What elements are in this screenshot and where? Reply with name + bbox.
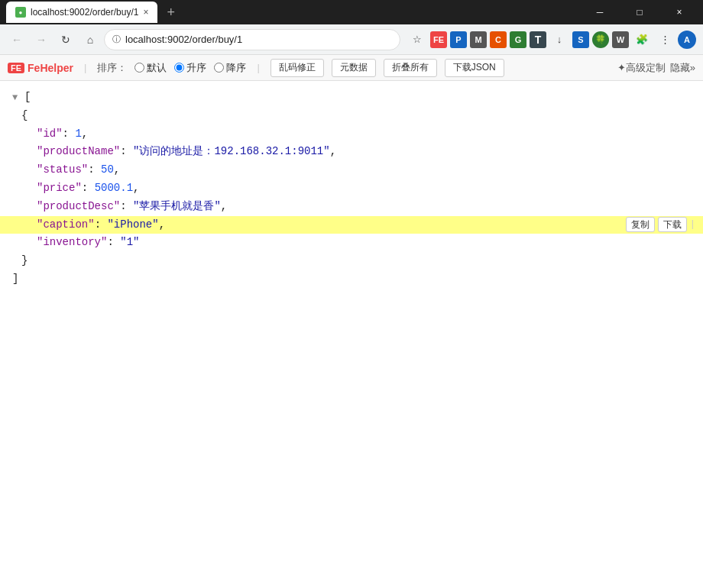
json-value-number: 1 [75, 125, 81, 144]
json-content: ▼ [ { "id": 1,"productName": "访问的地址是：192… [0, 81, 703, 588]
home-button[interactable]: ⌂ [79, 29, 101, 50]
navbar: ← → ↻ ⌂ ⓘ localhost:9002/order/buy/1 ☆ F… [0, 24, 703, 55]
close-button[interactable]: × [662, 0, 697, 24]
extensions-button[interactable]: 🧩 [631, 29, 653, 50]
raw-data-button[interactable]: 元数据 [332, 59, 376, 77]
fehelper-ext-icon[interactable]: FE [430, 31, 447, 48]
json-colon: : [107, 234, 120, 252]
hide-button[interactable]: 隐藏» [670, 61, 695, 75]
window-controls: ─ □ × [582, 0, 697, 24]
copy-button[interactable]: 复制 [626, 217, 655, 232]
ext-icon-7[interactable]: S [572, 31, 589, 48]
download-json-button[interactable]: 下载JSON [445, 59, 504, 77]
maximize-button[interactable]: □ [622, 0, 657, 24]
navbar-icons: ☆ FE P M C G T ↓ S 🍀 W 🧩 ⋮ A [407, 29, 697, 50]
line-separator: | [690, 217, 695, 232]
sort-default-radio[interactable] [134, 63, 144, 73]
sort-desc-radio[interactable] [214, 63, 224, 73]
json-value-string: "1" [120, 234, 139, 252]
profile-icon[interactable]: A [678, 31, 696, 49]
minimize-button[interactable]: ─ [582, 0, 617, 24]
json-key: "inventory" [37, 234, 107, 252]
fe-badge: FE [8, 63, 24, 73]
reload-button[interactable]: ↻ [55, 29, 76, 50]
new-tab-button[interactable]: + [167, 5, 175, 21]
forward-button[interactable]: → [31, 29, 52, 50]
fehelper-right-actions: ✦高级定制 隐藏» [617, 61, 695, 75]
open-bracket: [ [24, 89, 31, 107]
address-bar[interactable]: ⓘ localhost:9002/order/buy/1 [104, 29, 400, 50]
json-line: "caption": "iPhone", 复制 下载 | [0, 216, 703, 234]
json-line: "productName": "访问的地址是：192.168.32.1:9011… [0, 143, 703, 161]
ext-icon-2[interactable]: P [450, 31, 467, 48]
json-key: "price" [37, 179, 82, 198]
json-close-bracket: ] [0, 270, 703, 289]
json-comma: , [159, 216, 165, 234]
json-line: "status": 50, [0, 161, 703, 179]
json-line: "inventory": "1" [0, 234, 703, 252]
json-value-number: 50 [101, 161, 114, 179]
object-open-brace: { [21, 107, 28, 125]
ext-icon-4[interactable]: C [490, 31, 507, 48]
close-bracket: ] [12, 270, 18, 289]
sort-default[interactable]: 默认 [134, 61, 167, 75]
collapse-toggle[interactable]: ▼ [12, 90, 21, 105]
tab-close-icon[interactable]: × [143, 7, 148, 18]
json-key: "id" [37, 125, 63, 144]
separator-1: | [84, 62, 86, 73]
fold-all-button[interactable]: 折叠所有 [384, 59, 437, 77]
separator-2: | [257, 62, 259, 73]
json-value-string: "访问的地址是：192.168.32.1:9011" [133, 143, 330, 161]
json-colon: : [82, 179, 95, 198]
json-colon: : [120, 143, 133, 161]
sort-desc[interactable]: 降序 [214, 61, 246, 75]
tab-title: localhost:9002/order/buy/1 [31, 7, 138, 18]
sort-radio-group: 默认 升序 降序 [134, 61, 246, 75]
fehelper-toolbar: FE FeHelper | 排序： 默认 升序 降序 | 乱码修正 元数据 折叠… [0, 55, 703, 81]
object-close-brace: } [21, 252, 28, 270]
menu-button[interactable]: ⋮ [654, 29, 675, 50]
download-button[interactable]: ↓ [549, 29, 570, 50]
json-comma: , [330, 143, 336, 161]
advanced-button[interactable]: ✦高级定制 [617, 61, 666, 75]
json-comma: , [133, 179, 139, 198]
fehelper-logo: FE FeHelper [8, 62, 73, 74]
json-value-number: 5000.1 [95, 179, 133, 198]
json-line: "productDesc": "苹果手机就是香", [0, 198, 703, 216]
json-key: "productDesc" [37, 198, 120, 216]
bookmark-button[interactable]: ☆ [407, 29, 428, 50]
sort-asc-radio[interactable] [174, 63, 184, 73]
fehelper-name: FeHelper [28, 62, 73, 74]
back-button[interactable]: ← [6, 29, 28, 50]
json-indent-open: { [0, 107, 703, 125]
url-text: localhost:9002/order/buy/1 [125, 34, 392, 45]
json-colon: : [95, 216, 108, 234]
ext-icon-9[interactable]: W [612, 31, 629, 48]
json-comma: , [221, 198, 227, 216]
tab-favicon: ● [15, 7, 26, 18]
json-colon: : [120, 198, 133, 216]
line-actions: 复制 下载 | [626, 217, 695, 232]
ext-icon-8[interactable]: 🍀 [592, 31, 609, 48]
json-line: "id": 1, [0, 125, 703, 144]
tab-active[interactable]: ● localhost:9002/order/buy/1 × [6, 2, 157, 23]
json-key: "status" [37, 161, 88, 179]
titlebar: ● localhost:9002/order/buy/1 × + ─ □ × [0, 0, 703, 24]
sort-asc[interactable]: 升序 [174, 61, 206, 75]
json-open-bracket: ▼ [ [0, 89, 703, 107]
json-value-string: "苹果手机就是香" [133, 198, 221, 216]
ext-icon-3[interactable]: M [470, 31, 487, 48]
json-line: "price": 5000.1, [0, 179, 703, 198]
json-comma: , [82, 125, 88, 144]
json-indent-close: } [0, 252, 703, 270]
json-comma: , [114, 161, 120, 179]
json-colon: : [88, 161, 101, 179]
json-value-string: "iPhone" [107, 216, 158, 234]
lock-icon: ⓘ [112, 34, 121, 45]
sort-label: 排序： [97, 61, 127, 75]
fix-encoding-button[interactable]: 乱码修正 [271, 59, 324, 77]
ext-icon-5[interactable]: G [510, 31, 526, 48]
ext-icon-6[interactable]: T [530, 31, 546, 48]
line-download-button[interactable]: 下载 [658, 217, 687, 232]
json-key: "productName" [37, 143, 120, 161]
